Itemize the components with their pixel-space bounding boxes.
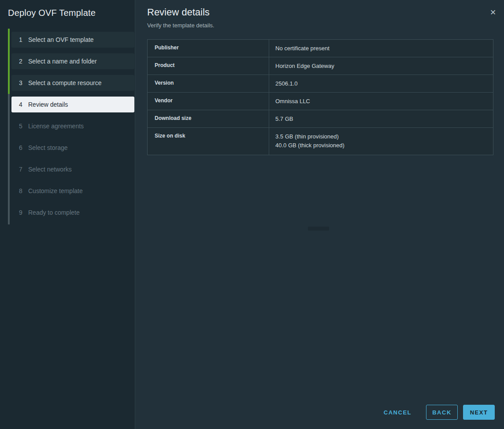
content-header: Review details Verify the template detai… — [135, 0, 504, 29]
step-3-select-compute-resource[interactable]: 3 Select a compute resource — [11, 75, 134, 91]
table-row-label: Product — [148, 57, 269, 75]
step-label: Select networks — [28, 166, 72, 173]
step-number: 1 — [17, 36, 25, 43]
step-label: Select a name and folder — [28, 58, 97, 65]
wizard-steps: 1 Select an OVF template 2 Select a name… — [0, 32, 135, 220]
step-number: 8 — [17, 187, 25, 194]
table-row-value: No certificate present — [269, 40, 493, 57]
step-number: 4 — [17, 101, 25, 108]
step-2-select-name-folder[interactable]: 2 Select a name and folder — [11, 53, 134, 69]
step-8-customize-template: 8 Customize template — [11, 183, 134, 199]
wizard-sidebar: Deploy OVF Template 1 Select an OVF temp… — [0, 0, 135, 429]
deploy-ovf-wizard-dialog: Deploy OVF Template 1 Select an OVF temp… — [0, 0, 504, 429]
wizard-footer-actions: CANCEL BACK NEXT — [378, 405, 495, 420]
step-label: License agreements — [28, 123, 84, 130]
table-row-label: Download size — [148, 110, 269, 128]
step-label: Customize template — [28, 187, 83, 194]
table-row-label: Size on disk — [148, 128, 269, 155]
close-icon[interactable]: ✕ — [488, 7, 498, 18]
page-subtitle: Verify the template details. — [147, 22, 493, 29]
step-4-review-details[interactable]: 4 Review details — [11, 97, 134, 112]
step-5-license-agreements: 5 License agreements — [11, 118, 134, 134]
cancel-button[interactable]: CANCEL — [378, 405, 417, 420]
step-number: 2 — [17, 58, 25, 65]
step-1-select-ovf-template[interactable]: 1 Select an OVF template — [11, 32, 134, 48]
step-number: 9 — [17, 209, 25, 216]
table-row-label: Publisher — [148, 40, 269, 57]
table-row-value: Omnissa LLC — [269, 93, 493, 110]
step-7-select-networks: 7 Select networks — [11, 161, 134, 177]
table-row-label: Vendor — [148, 93, 269, 110]
step-number: 5 — [17, 123, 25, 130]
table-row-label: Version — [148, 75, 269, 93]
page-title: Review details — [147, 6, 493, 18]
size-thin-provisioned: 3.5 GB (thin provisioned) — [275, 132, 487, 141]
step-label: Select storage — [28, 144, 68, 151]
back-button[interactable]: BACK — [426, 405, 458, 420]
step-number: 6 — [17, 144, 25, 151]
step-6-select-storage: 6 Select storage — [11, 140, 134, 156]
table-row-value: 3.5 GB (thin provisioned) 40.0 GB (thick… — [269, 128, 493, 155]
step-number: 7 — [17, 166, 25, 173]
background-artifact — [308, 227, 329, 231]
progress-rail-completed — [8, 29, 10, 94]
table-row-value: 5.7 GB — [269, 110, 493, 128]
step-9-ready-to-complete: 9 Ready to complete — [11, 205, 134, 220]
size-thick-provisioned: 40.0 GB (thick provisioned) — [275, 141, 487, 150]
wizard-content-panel: ✕ Review details Verify the template det… — [135, 0, 504, 429]
step-label: Review details — [28, 101, 68, 108]
step-label: Select a compute resource — [28, 79, 102, 86]
next-button[interactable]: NEXT — [463, 405, 495, 420]
step-number: 3 — [17, 79, 25, 86]
step-label: Select an OVF template — [28, 36, 94, 43]
table-row-value: Horizon Edge Gateway — [269, 57, 493, 75]
dialog-title: Deploy OVF Template — [0, 0, 135, 19]
progress-rail-remaining — [8, 94, 10, 224]
table-row-value: 2506.1.0 — [269, 75, 493, 93]
step-label: Ready to complete — [28, 209, 80, 216]
template-details-table: Publisher No certificate present Product… — [147, 39, 493, 155]
